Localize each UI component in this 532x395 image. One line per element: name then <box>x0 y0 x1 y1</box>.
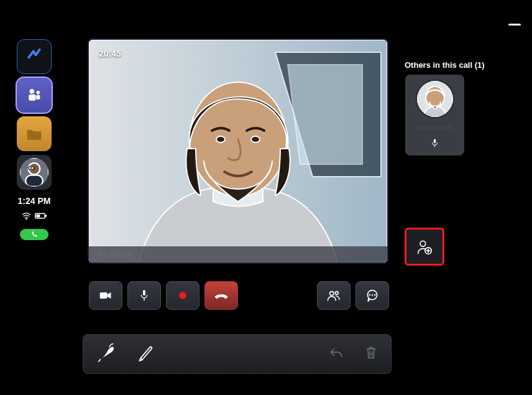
svg-point-18 <box>216 136 225 142</box>
people-button[interactable] <box>317 281 351 310</box>
record-button[interactable] <box>166 281 200 310</box>
pen-icon <box>97 343 116 363</box>
participant-name: Rex Bernard <box>417 124 452 131</box>
pen-toolbar <box>83 334 392 374</box>
participant-mic-icon <box>431 138 439 151</box>
participants-header: Others in this call (1) <box>405 60 485 70</box>
clock: 1:24 PM <box>18 196 51 206</box>
avatar-icon <box>20 158 48 187</box>
main-video-tile[interactable]: 20:45 Rex Bernard <box>89 40 387 263</box>
svg-point-0 <box>30 89 35 94</box>
svg-point-28 <box>330 292 334 295</box>
call-duration: 20:45 <box>99 49 121 58</box>
svg-rect-22 <box>434 139 436 144</box>
dock-user-avatar[interactable] <box>17 155 52 190</box>
wifi-icon <box>22 211 31 221</box>
speaker-video-placeholder <box>89 40 387 263</box>
svg-marker-16 <box>288 65 362 164</box>
hangup-button[interactable] <box>204 281 238 310</box>
call-controls-left <box>89 281 238 310</box>
people-icon <box>326 289 341 302</box>
trash-icon <box>365 345 377 360</box>
add-person-icon <box>416 239 433 255</box>
svg-point-23 <box>420 241 426 246</box>
camera-icon <box>99 290 112 301</box>
undo-button[interactable] <box>329 346 344 362</box>
delete-button[interactable] <box>365 345 377 363</box>
svg-point-8 <box>30 167 33 170</box>
svg-rect-1 <box>29 95 35 101</box>
battery-icon <box>35 211 47 221</box>
add-participant-button[interactable] <box>405 228 444 266</box>
pencil-icon <box>137 343 155 363</box>
dock-app-files[interactable] <box>17 116 52 151</box>
svg-rect-26 <box>143 290 145 295</box>
dock-app-teams[interactable] <box>17 78 52 113</box>
pen-tool-button[interactable] <box>97 343 116 365</box>
mic-icon <box>139 289 149 302</box>
svg-rect-12 <box>45 215 46 216</box>
svg-point-27 <box>179 292 186 299</box>
svg-rect-25 <box>100 292 108 299</box>
svg-rect-13 <box>36 215 40 218</box>
participant-card[interactable]: Rex Bernard <box>405 75 464 156</box>
status-icons <box>22 211 47 221</box>
camera-button[interactable] <box>89 281 122 310</box>
speaker-name-bar: Rex Bernard <box>89 246 387 263</box>
svg-point-2 <box>37 91 40 95</box>
svg-point-19 <box>251 136 260 142</box>
participant-avatar <box>417 81 453 117</box>
svg-point-29 <box>335 292 338 295</box>
svg-point-10 <box>25 218 26 219</box>
minimize-button[interactable] <box>508 24 521 26</box>
active-call-indicator[interactable] <box>20 229 48 240</box>
mic-button[interactable] <box>127 281 161 310</box>
chat-icon <box>365 289 379 302</box>
hangup-icon <box>213 290 229 300</box>
pencil-tool-button[interactable] <box>137 343 155 365</box>
app-dock: 1:24 PM <box>15 39 53 240</box>
svg-rect-3 <box>36 95 40 100</box>
undo-icon <box>329 346 344 360</box>
record-icon <box>177 289 189 302</box>
svg-rect-6 <box>25 175 43 187</box>
chat-button[interactable] <box>355 281 389 310</box>
dock-app-dynamics[interactable] <box>17 39 52 74</box>
call-controls-right <box>317 281 389 310</box>
